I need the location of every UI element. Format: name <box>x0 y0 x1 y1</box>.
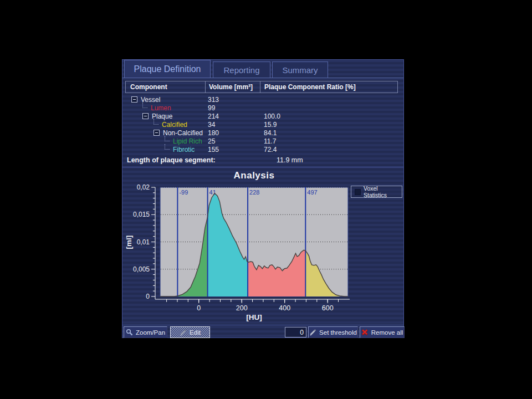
tab-label: Reporting <box>223 65 259 75</box>
table-row[interactable]: Plaque 214 100.0 <box>122 112 403 120</box>
tab-label: Summary <box>282 65 318 75</box>
x-tick-label: 400 <box>279 304 290 312</box>
chart-legend: Voxel Statistics <box>351 186 402 198</box>
collapse-toggle-icon[interactable] <box>131 96 137 103</box>
collapse-toggle-icon[interactable] <box>154 130 160 136</box>
plaque-length-label: Length of plaque segment: <box>127 156 216 164</box>
volume-value: 34 <box>208 121 215 129</box>
y-tick-label: 0,01 <box>137 238 150 246</box>
remove-all-button[interactable]: Remove all <box>360 326 405 338</box>
component-label: Lipid Rich <box>173 137 202 145</box>
screen-background: Plaque Definition Reporting Summary Comp… <box>0 0 532 399</box>
component-tree: Vessel 313 Lumen 99 Plaque 214 100.0 <box>122 95 403 154</box>
ratio-value: 15.9 <box>264 121 277 129</box>
pencil-icon <box>180 329 187 336</box>
component-label: Lumen <box>151 104 171 112</box>
tab-reporting[interactable]: Reporting <box>213 62 270 78</box>
y-tick-label: 0,015 <box>133 211 150 218</box>
tab-summary[interactable]: Summary <box>272 62 328 78</box>
threshold-input[interactable] <box>285 327 306 337</box>
remove-all-label: Remove all <box>371 329 403 336</box>
legend-swatch <box>355 189 361 195</box>
ratio-value: 11.7 <box>264 137 276 145</box>
volume-value: 25 <box>208 137 215 145</box>
x-axis-title: [HU] <box>246 313 262 321</box>
y-axis-title: [ml] <box>125 236 133 249</box>
chart-toolbar: Zoom/Pan Edit Set threshold <box>122 325 403 339</box>
table-row[interactable]: Vessel 313 <box>122 95 403 104</box>
component-label: Calcified <box>162 121 187 129</box>
zoom-pan-button[interactable]: Zoom/Pan <box>124 326 167 338</box>
plaque-analysis-panel: Plaque Definition Reporting Summary Comp… <box>122 59 404 338</box>
threshold-label: -99 <box>179 189 188 196</box>
volume-value: 99 <box>208 104 215 112</box>
remove-x-icon <box>361 329 369 336</box>
tree-branch-icon <box>165 144 170 150</box>
table-row[interactable]: Fibrotic 155 72.4 <box>122 145 403 154</box>
edit-button[interactable]: Edit <box>170 326 210 338</box>
volume-value: 214 <box>208 112 219 120</box>
ratio-value: 100.0 <box>264 112 280 120</box>
tree-branch-icon <box>165 136 170 141</box>
volume-value: 313 <box>208 96 219 104</box>
volume-value: 155 <box>208 146 219 154</box>
zoom-pan-label: Zoom/Pan <box>136 329 165 336</box>
volume-value: 180 <box>208 129 219 137</box>
ratio-value: 84.1 <box>264 129 277 137</box>
plaque-length-row: Length of plaque segment: 11.9 mm <box>122 156 403 165</box>
column-header-ratio[interactable]: Plaque Component Ratio [%] <box>260 81 397 93</box>
set-threshold-label: Set threshold <box>319 329 357 336</box>
tab-plaque-definition[interactable]: Plaque Definition <box>124 60 211 78</box>
legend-label: Voxel Statistics <box>364 185 402 198</box>
y-tick-label: 0,005 <box>133 265 150 273</box>
column-header-volume[interactable]: Volume [mm³] <box>205 81 260 93</box>
pencil-icon <box>309 329 316 336</box>
plaque-length-value: 11.9 mm <box>277 156 303 164</box>
analysis-chart: Analysis -994122849700,0050,010,0150,020… <box>122 167 403 325</box>
collapse-toggle-icon[interactable] <box>142 113 149 119</box>
x-tick-label: 600 <box>322 304 334 312</box>
threshold-label: 497 <box>307 189 317 196</box>
tree-branch-icon <box>142 103 147 108</box>
ratio-value: 72.4 <box>264 146 277 154</box>
threshold-label: 41 <box>209 189 216 196</box>
table-row[interactable]: Lumen 99 <box>122 104 403 112</box>
component-label: Fibrotic <box>173 146 195 154</box>
edit-label: Edit <box>190 329 201 336</box>
tab-bar: Plaque Definition Reporting Summary <box>122 60 403 78</box>
tree-branch-icon <box>154 119 158 125</box>
magnifier-icon <box>126 329 133 336</box>
x-tick-label: 0 <box>197 304 201 312</box>
set-threshold-button[interactable]: Set threshold <box>308 326 358 338</box>
y-tick-label: 0,02 <box>137 183 150 191</box>
threshold-label: 228 <box>249 189 259 196</box>
component-table-header: Component Volume [mm³] Plaque Component … <box>125 81 398 93</box>
y-tick-label: 0 <box>146 293 150 300</box>
tab-label: Plaque Definition <box>134 64 201 74</box>
column-header-component[interactable]: Component <box>126 83 205 91</box>
table-row[interactable]: Calcified 34 15.9 <box>122 120 403 129</box>
x-tick-label: 200 <box>236 304 248 312</box>
